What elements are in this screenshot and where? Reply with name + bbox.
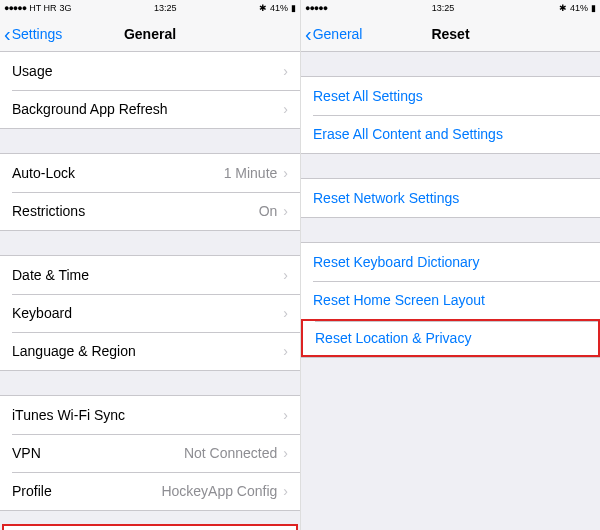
content: Usage › Background App Refresh › Auto-Lo… [0,52,300,530]
row-itunes-wifi-sync[interactable]: iTunes Wi-Fi Sync › [0,396,300,434]
chevron-left-icon: ‹ [305,24,312,44]
group-reset-network: Reset Network Settings [301,178,600,218]
row-label: Keyboard [12,305,72,321]
row-keyboard[interactable]: Keyboard › [0,294,300,332]
status-bar: ●●●●● 13:25 ✱ 41% ▮ [301,0,600,16]
row-label: Reset Keyboard Dictionary [313,254,480,270]
row-reset-all-settings[interactable]: Reset All Settings [301,77,600,115]
back-label: Settings [12,26,63,42]
row-vpn[interactable]: VPN Not Connected› [0,434,300,472]
bluetooth-icon: ✱ [259,3,267,13]
chevron-right-icon: › [283,63,288,79]
row-background-app-refresh[interactable]: Background App Refresh › [0,90,300,128]
row-label: Reset Location & Privacy [315,330,471,346]
row-label: Restrictions [12,203,85,219]
carrier-label: HT HR [29,3,56,13]
chevron-right-icon: › [283,165,288,181]
row-erase-all-content[interactable]: Erase All Content and Settings [301,115,600,153]
signal-icon: ●●●●● [305,3,327,13]
bluetooth-icon: ✱ [559,3,567,13]
row-reset-location-privacy-highlighted[interactable]: Reset Location & Privacy [301,319,600,357]
chevron-left-icon: ‹ [4,24,11,44]
battery-label: 41% [270,3,288,13]
status-time: 13:25 [154,3,177,13]
row-reset-keyboard-dictionary[interactable]: Reset Keyboard Dictionary [301,243,600,281]
screen-reset: ●●●●● 13:25 ✱ 41% ▮ ‹ General Reset Rese… [300,0,600,530]
row-value: HockeyApp Config [161,483,277,499]
chevron-right-icon: › [283,445,288,461]
row-label: Profile [12,483,52,499]
row-label: Reset Network Settings [313,190,459,206]
row-language-region[interactable]: Language & Region › [0,332,300,370]
group-reset-highlighted: Reset › [2,524,298,530]
row-usage[interactable]: Usage › [0,52,300,90]
battery-icon: ▮ [591,3,596,13]
row-value: Not Connected [184,445,277,461]
chevron-right-icon: › [283,343,288,359]
row-reset-home-screen[interactable]: Reset Home Screen Layout [301,281,600,319]
battery-icon: ▮ [291,3,296,13]
row-reset-network-settings[interactable]: Reset Network Settings [301,179,600,217]
row-label: iTunes Wi-Fi Sync [12,407,125,423]
chevron-right-icon: › [283,407,288,423]
row-label: Usage [12,63,52,79]
row-label: Date & Time [12,267,89,283]
back-label: General [313,26,363,42]
group-lock: Auto-Lock 1 Minute› Restrictions On› [0,153,300,231]
row-label: Background App Refresh [12,101,168,117]
group-reset-all: Reset All Settings Erase All Content and… [301,76,600,154]
row-label: Auto-Lock [12,165,75,181]
row-restrictions[interactable]: Restrictions On› [0,192,300,230]
group-usage: Usage › Background App Refresh › [0,52,300,129]
group-datetime: Date & Time › Keyboard › Language & Regi… [0,255,300,371]
chevron-right-icon: › [283,203,288,219]
row-reset[interactable]: Reset › [4,526,296,530]
status-time: 13:25 [432,3,455,13]
row-profile[interactable]: Profile HockeyApp Config› [0,472,300,510]
chevron-right-icon: › [283,267,288,283]
chevron-right-icon: › [283,305,288,321]
group-reset-other: Reset Keyboard Dictionary Reset Home Scr… [301,242,600,358]
nav-bar: ‹ General Reset [301,16,600,52]
signal-icon: ●●●●● [4,3,26,13]
row-label: Reset Home Screen Layout [313,292,485,308]
nav-bar: ‹ Settings General [0,16,300,52]
chevron-right-icon: › [283,101,288,117]
group-itunes: iTunes Wi-Fi Sync › VPN Not Connected› P… [0,395,300,511]
back-button[interactable]: ‹ Settings [0,24,62,44]
row-auto-lock[interactable]: Auto-Lock 1 Minute› [0,154,300,192]
back-button[interactable]: ‹ General [301,24,362,44]
network-label: 3G [60,3,72,13]
screen-general: ●●●●● HT HR 3G 13:25 ✱ 41% ▮ ‹ Settings … [0,0,300,530]
status-bar: ●●●●● HT HR 3G 13:25 ✱ 41% ▮ [0,0,300,16]
row-label: Reset All Settings [313,88,423,104]
chevron-right-icon: › [283,483,288,499]
row-date-time[interactable]: Date & Time › [0,256,300,294]
content: Reset All Settings Erase All Content and… [301,52,600,530]
row-label: Erase All Content and Settings [313,126,503,142]
battery-label: 41% [570,3,588,13]
row-label: Language & Region [12,343,136,359]
row-label: VPN [12,445,41,461]
row-value: 1 Minute [224,165,278,181]
row-value: On [259,203,278,219]
